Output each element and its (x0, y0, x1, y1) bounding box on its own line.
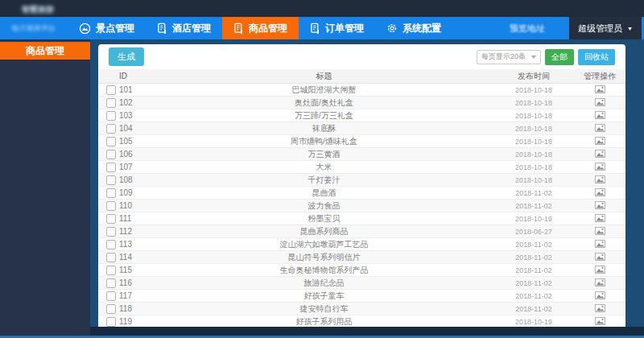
image-icon (595, 188, 605, 196)
row-publish-date: 2018-11-02 (515, 279, 551, 287)
nav-tab-orders[interactable]: 订单管理 (299, 17, 375, 39)
image-manage-button[interactable] (595, 253, 605, 261)
nav-tab-label: 系统配置 (402, 22, 441, 35)
image-manage-button[interactable] (595, 85, 605, 93)
row-id: 104 (119, 124, 155, 133)
image-icon (595, 214, 605, 222)
row-checkbox[interactable] (106, 291, 116, 301)
image-manage-button[interactable] (595, 227, 605, 235)
image-manage-button[interactable] (595, 111, 605, 119)
row-publish-date: 2018-11-02 (515, 266, 551, 274)
image-manage-button[interactable] (595, 266, 605, 274)
row-checkbox[interactable] (106, 201, 116, 211)
toolbar: 生成 每页显示20条 全部 回收站 (98, 44, 625, 69)
image-manage-button[interactable] (595, 278, 605, 286)
row-title: 袜底酥 (155, 123, 493, 134)
nav-tab-scenic[interactable]: 景点管理 (68, 17, 146, 39)
row-checkbox[interactable] (106, 214, 116, 224)
row-title: 好孩子童车 (155, 291, 493, 302)
image-icon (595, 137, 605, 145)
row-checkbox[interactable] (106, 163, 116, 172)
row-id: 101 (119, 85, 155, 94)
table-row: 103 万三蹄/万三礼盒 2018-10-18 (98, 109, 625, 122)
column-header-date: 发布时间 (493, 71, 574, 82)
column-header-title: 标题 (155, 71, 493, 82)
image-icon (595, 317, 605, 325)
image-icon (595, 98, 605, 106)
row-id: 112 (119, 227, 155, 236)
image-manage-button[interactable] (595, 137, 605, 145)
nav-tab-hotel[interactable]: 酒店管理 (146, 17, 222, 39)
table-row: 104 袜底酥 2018-10-18 (98, 122, 625, 135)
table-row: 116 旅游纪念品 2018-11-02 (98, 277, 625, 290)
image-icon (595, 85, 605, 93)
row-title: 好孩子系列用品 (155, 316, 493, 328)
image-manage-button[interactable] (595, 175, 605, 183)
row-checkbox[interactable] (106, 317, 116, 327)
row-publish-date: 2018-10-18 (515, 138, 552, 146)
image-manage-button[interactable] (595, 214, 605, 222)
chevron-down-icon: ▼ (627, 26, 633, 31)
image-manage-button[interactable] (595, 188, 605, 196)
row-checkbox[interactable] (106, 175, 116, 185)
row-checkbox[interactable] (106, 266, 116, 275)
row-title: 万三黄酒 (155, 149, 493, 160)
row-id: 110 (119, 201, 155, 210)
generate-button[interactable]: 生成 (109, 47, 144, 66)
image-manage-button[interactable] (595, 240, 605, 248)
brand-logo-line1: 智慧旅游 (22, 4, 54, 15)
image-icon (595, 304, 605, 312)
row-publish-date: 2018-10-19 (515, 215, 552, 223)
nav-tab-settings[interactable]: 系统配置 (375, 17, 452, 39)
image-icon (595, 175, 605, 183)
row-publish-date: 2018-10-18 (515, 99, 552, 107)
image-icon (595, 227, 605, 235)
row-checkbox[interactable] (106, 240, 116, 249)
image-manage-button[interactable] (595, 150, 605, 158)
image-icon (595, 240, 605, 248)
content-panel: 生成 每页显示20条 全部 回收站 ID 标题 发布时间 管理操作 101 巴城… (98, 44, 625, 330)
recycle-bin-button[interactable]: 回收站 (578, 49, 615, 65)
row-title: 巴城阳澄湖大闸蟹 (155, 84, 493, 96)
row-checkbox[interactable] (106, 227, 116, 237)
row-checkbox[interactable] (106, 188, 116, 198)
row-publish-date: 2018-10-18 (515, 150, 552, 159)
preview-link[interactable]: 预览地址 (510, 23, 545, 35)
page-size-select[interactable]: 每页显示20条 (477, 50, 541, 64)
column-header-ops: 管理操作 (574, 71, 625, 82)
row-checkbox[interactable] (106, 111, 116, 121)
image-manage-button[interactable] (595, 291, 605, 299)
image-manage-button[interactable] (595, 304, 605, 312)
building-icon (233, 23, 244, 35)
row-title: 粉墨宝贝 (155, 213, 493, 225)
image-manage-button[interactable] (595, 163, 605, 171)
row-title: 千灯姜汁 (155, 175, 493, 186)
row-checkbox[interactable] (106, 278, 116, 288)
image-manage-button[interactable] (595, 201, 605, 209)
user-menu[interactable]: 超级管理员 ▼ (569, 17, 642, 39)
row-id: 108 (119, 175, 155, 184)
row-checkbox[interactable] (106, 253, 116, 262)
toolbar-right-group: 每页显示20条 全部 回收站 (477, 49, 615, 65)
row-title: 大米 (155, 162, 493, 173)
row-checkbox[interactable] (106, 150, 116, 159)
image-manage-button[interactable] (595, 98, 605, 106)
row-checkbox[interactable] (106, 98, 116, 108)
image-manage-button[interactable] (595, 317, 605, 325)
nav-tab-products[interactable]: 商品管理 (222, 17, 299, 39)
image-icon (595, 124, 605, 132)
row-publish-date: 2018-10-18 (515, 163, 552, 171)
row-checkbox[interactable] (106, 85, 116, 95)
row-checkbox[interactable] (106, 124, 116, 134)
row-id: 117 (119, 291, 155, 300)
row-id: 113 (119, 240, 155, 249)
all-filter-button[interactable]: 全部 (545, 49, 574, 65)
row-checkbox[interactable] (106, 304, 116, 314)
image-manage-button[interactable] (595, 124, 605, 132)
row-publish-date: 2018-10-18 (515, 86, 552, 94)
page-size-value: 每页显示20条 (481, 52, 526, 62)
row-checkbox[interactable] (106, 137, 116, 146)
row-publish-date: 2018-10-19 (515, 318, 552, 326)
sidebar: 商品管理 (0, 39, 90, 336)
sidebar-item-products[interactable]: 商品管理 (0, 42, 90, 60)
